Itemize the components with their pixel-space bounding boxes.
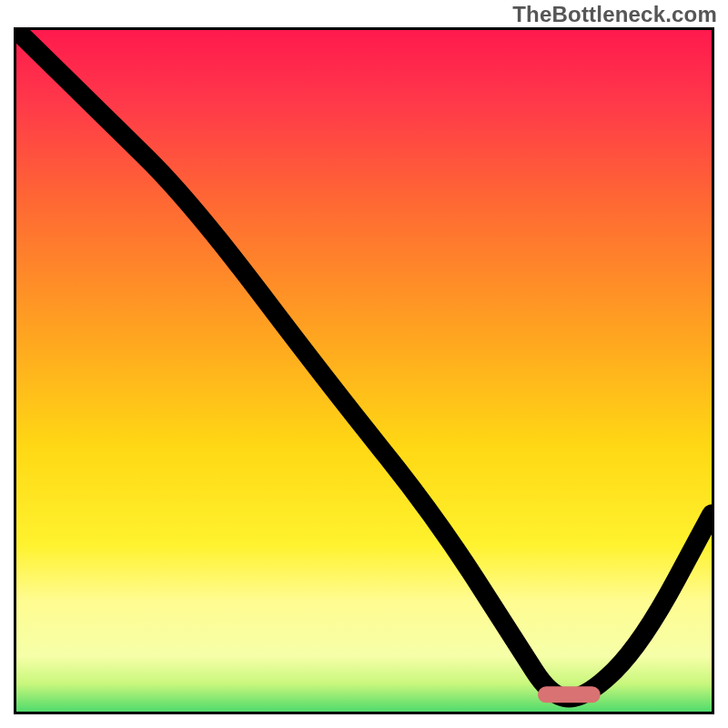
- watermark-text: TheBottleneck.com: [512, 2, 717, 27]
- chart-area: [14, 27, 714, 714]
- optimal-range-marker: [538, 686, 601, 703]
- chart-plot: [16, 30, 712, 712]
- bottleneck-curve: [16, 30, 712, 698]
